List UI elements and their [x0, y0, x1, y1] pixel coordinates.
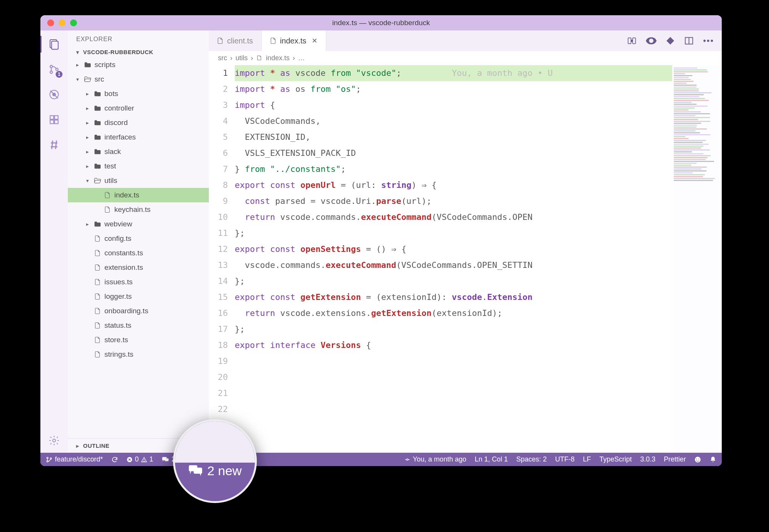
split-editor-icon[interactable] — [684, 36, 694, 46]
file-tree: ▸scripts▾src▸bots▸controller▸discord▸int… — [68, 58, 209, 438]
explorer-icon[interactable] — [47, 37, 61, 51]
git-branch-status[interactable]: feature/discord* — [46, 455, 103, 463]
zoom-text: 2 new — [207, 463, 242, 478]
code-editor[interactable]: 12345678910111213141516171819202122 impo… — [209, 65, 722, 453]
tree-item-discord[interactable]: ▸discord — [68, 115, 209, 130]
tab-bar: client.tsindex.ts✕ ••• — [209, 30, 722, 51]
svg-rect-32 — [194, 468, 202, 474]
svg-point-29 — [696, 458, 697, 459]
svg-point-2 — [50, 65, 52, 67]
tree-item-constants-ts[interactable]: constants.ts — [68, 246, 209, 260]
tree-item-status-ts[interactable]: status.ts — [68, 318, 209, 333]
svg-rect-8 — [54, 116, 58, 119]
ts-version[interactable]: 3.0.3 — [640, 455, 655, 463]
line-gutter: 12345678910111213141516171819202122 — [209, 65, 235, 453]
tree-item-test[interactable]: ▸test — [68, 159, 209, 173]
svg-point-3 — [50, 71, 52, 73]
tree-item-strings-ts[interactable]: strings.ts — [68, 347, 209, 362]
tab-index-ts[interactable]: index.ts✕ — [262, 30, 326, 51]
problems-status[interactable]: 0 1 — [127, 455, 153, 463]
tab-client-ts[interactable]: client.ts — [209, 30, 262, 51]
git-blame-status[interactable]: You, a month ago — [404, 455, 466, 463]
minimap[interactable] — [672, 65, 722, 453]
breadcrumb-seg[interactable]: src — [218, 54, 227, 62]
tree-item-logger-ts[interactable]: logger.ts — [68, 289, 209, 304]
tree-item-src[interactable]: ▾src — [68, 72, 209, 87]
status-bar: feature/discord* 0 1 2 new You, a month … — [40, 453, 722, 466]
close-tab-icon[interactable]: ✕ — [312, 37, 317, 45]
sync-status[interactable] — [111, 456, 118, 463]
svg-point-30 — [699, 458, 699, 459]
svg-rect-24 — [165, 458, 168, 461]
maximize-window-button[interactable] — [70, 19, 77, 26]
cursor-position[interactable]: Ln 1, Col 1 — [475, 455, 508, 463]
svg-rect-1 — [51, 41, 58, 49]
sidebar-section-header[interactable]: ▾ VSCODE-RUBBERDUCK — [68, 46, 209, 58]
breadcrumb-seg[interactable]: index.ts — [266, 54, 290, 62]
extensions-icon[interactable] — [47, 113, 61, 127]
tree-item-keychain-ts[interactable]: keychain.ts — [68, 202, 209, 217]
window-title: index.ts — vscode-rubberduck — [332, 19, 430, 27]
encoding-status[interactable]: UTF-8 — [555, 455, 575, 463]
chevron-right-icon: ▸ — [76, 443, 81, 449]
tree-item-scripts[interactable]: ▸scripts — [68, 58, 209, 72]
settings-gear-icon[interactable] — [47, 434, 61, 447]
tree-item-controller[interactable]: ▸controller — [68, 101, 209, 115]
eye-icon[interactable] — [646, 37, 657, 45]
code-lines[interactable]: import * as vscode from "vscode"; You, a… — [235, 65, 672, 453]
breadcrumb-seg[interactable]: … — [298, 54, 305, 62]
section-label: VSCODE-RUBBERDUCK — [83, 49, 153, 55]
svg-rect-9 — [50, 120, 54, 123]
branch-name: feature/discord* — [55, 455, 103, 463]
svg-rect-12 — [628, 38, 631, 43]
tree-item-index-ts[interactable]: index.ts — [68, 188, 209, 202]
eol-status[interactable]: LF — [583, 455, 591, 463]
activity-bar: 1 — [40, 30, 68, 453]
feedback-icon[interactable] — [694, 456, 701, 463]
diamond-icon[interactable] — [666, 36, 675, 45]
indentation-status[interactable]: Spaces: 2 — [516, 455, 547, 463]
workbench-body: 1 EXPLORER ▾ VSCODE-RUBBERDUCK ▸scripts▾… — [40, 30, 722, 453]
tree-item-issues-ts[interactable]: issues.ts — [68, 275, 209, 289]
more-icon[interactable]: ••• — [703, 36, 714, 46]
tree-item-config-ts[interactable]: config.ts — [68, 231, 209, 246]
tree-item-bots[interactable]: ▸bots — [68, 87, 209, 101]
explorer-sidebar: EXPLORER ▾ VSCODE-RUBBERDUCK ▸scripts▾sr… — [68, 30, 209, 453]
tree-item-store-ts[interactable]: store.ts — [68, 333, 209, 347]
svg-point-17 — [47, 457, 48, 458]
prettier-status[interactable]: Prettier — [664, 455, 686, 463]
tree-item-webview[interactable]: ▸webview — [68, 217, 209, 231]
source-control-icon[interactable]: 1 — [47, 62, 61, 76]
debug-icon[interactable] — [47, 88, 61, 101]
chevron-down-icon: ▾ — [76, 49, 81, 55]
tree-item-extension-ts[interactable]: extension.ts — [68, 260, 209, 275]
tree-item-interfaces[interactable]: ▸interfaces — [68, 130, 209, 144]
zoom-callout: 2 new — [173, 419, 257, 503]
file-icon: 🗋 — [256, 54, 263, 62]
close-window-button[interactable] — [47, 19, 54, 26]
svg-point-25 — [407, 459, 408, 460]
breadcrumb-seg[interactable]: utils — [236, 54, 248, 62]
warning-count: 1 — [149, 455, 153, 463]
compare-icon[interactable] — [627, 36, 637, 46]
svg-rect-13 — [633, 38, 636, 43]
bell-icon[interactable] — [710, 456, 716, 463]
svg-rect-7 — [50, 116, 54, 119]
editor-actions: ••• — [627, 30, 722, 51]
tree-item-onboarding-ts[interactable]: onboarding.ts — [68, 304, 209, 318]
vscode-window: index.ts — vscode-rubberduck 1 — [40, 15, 722, 466]
scm-badge: 1 — [56, 71, 62, 78]
breadcrumb[interactable]: src › utils › 🗋 index.ts › … — [209, 51, 722, 65]
hash-icon[interactable] — [47, 138, 61, 152]
svg-rect-10 — [54, 120, 58, 123]
sidebar-header: EXPLORER — [68, 30, 209, 46]
outline-label: OUTLINE — [83, 442, 109, 449]
language-status[interactable]: TypeScript — [599, 455, 632, 463]
titlebar: index.ts — vscode-rubberduck — [40, 15, 722, 30]
svg-point-11 — [53, 439, 56, 442]
svg-point-6 — [53, 93, 56, 96]
minimize-window-button[interactable] — [59, 19, 66, 26]
tree-item-slack[interactable]: ▸slack — [68, 144, 209, 159]
svg-point-4 — [56, 68, 58, 71]
tree-item-utils[interactable]: ▾utils — [68, 173, 209, 188]
